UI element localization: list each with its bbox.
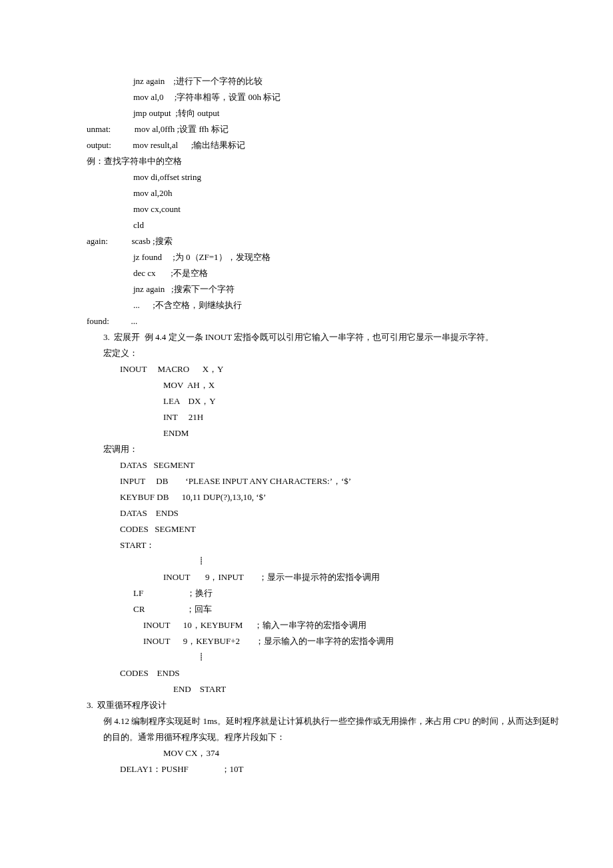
text-line: 3. 双重循环程序设计 xyxy=(87,697,546,713)
text-line: 宏调用： xyxy=(87,441,546,457)
text-line: mov cx,count xyxy=(87,201,546,217)
text-line: 例 4.12 编制程序实现延时 1ms。延时程序就是让计算机执行一些空操作或无用… xyxy=(87,713,546,729)
text-line: jmp output ;转向 output xyxy=(87,105,546,121)
text-line: mov al,0 ;字符串相等，设置 00h 标记 xyxy=(87,89,546,105)
text-line: CODES ENDS xyxy=(87,665,546,681)
text-line: dec cx ;不是空格 xyxy=(87,265,546,281)
text-line: again: scasb ;搜索 xyxy=(87,233,546,249)
text-line: 例：查找字符串中的空格 xyxy=(87,153,546,169)
text-line: found: ... xyxy=(87,313,546,329)
vertical-ellipsis-icon: ⁞ xyxy=(200,551,203,571)
text-line: mov al,20h xyxy=(87,185,546,201)
vertical-ellipsis-icon: ⁞ xyxy=(200,647,203,667)
text-line: INOUT 9，INPUT ；显示一串提示符的宏指令调用 xyxy=(87,569,546,585)
text-line: INT 21H xyxy=(87,409,546,425)
text-line: jz found ;为 0（ZF=1），发现空格 xyxy=(87,249,546,265)
text-line: ⁞ xyxy=(87,649,546,665)
text-line: START： xyxy=(87,537,546,553)
text-line: INOUT MACRO X，Y xyxy=(87,361,546,377)
text-line: ⁞ xyxy=(87,553,546,569)
text-line: ENDM xyxy=(87,425,546,441)
text-line: INOUT 9，KEYBUF+2 ；显示输入的一串字符的宏指令调用 xyxy=(87,633,546,649)
text-line: mov di,offset string xyxy=(87,169,546,185)
text-line: cld xyxy=(87,217,546,233)
text-line: ... ;不含空格，则继续执行 xyxy=(87,297,546,313)
text-line: CR ；回车 xyxy=(87,601,546,617)
text-line: INPUT DB ‘PLEASE INPUT ANY CHARACTERS:’，… xyxy=(87,473,546,489)
text-line: KEYBUF DB 10,11 DUP(?),13,10, ‘$’ xyxy=(87,489,546,505)
text-line: LEA DX，Y xyxy=(87,393,546,409)
text-line: LF ；换行 xyxy=(87,585,546,601)
text-line: output: mov result,al ;输出结果标记 xyxy=(87,137,546,153)
text-line: CODES SEGMENT xyxy=(87,521,546,537)
text-line: DATAS ENDS xyxy=(87,505,546,521)
text-line: END START xyxy=(87,681,546,697)
text-line: INOUT 10，KEYBUFM ；输入一串字符的宏指令调用 xyxy=(87,617,546,633)
text-line: jnz again ;进行下一个字符的比较 xyxy=(87,73,546,89)
text-line: 的目的。通常用循环程序实现。程序片段如下： xyxy=(87,729,546,745)
text-line: DELAY1：PUSHF ；10T xyxy=(87,761,546,777)
text-line: MOV AH，X xyxy=(87,377,546,393)
text-line: MOV CX，374 xyxy=(87,745,546,761)
text-line: 3. 宏展开 例 4.4 定义一条 INOUT 宏指令既可以引用它输入一串字符，… xyxy=(87,329,546,345)
text-line: 宏定义： xyxy=(87,345,546,361)
text-line: jnz again ;搜索下一个字符 xyxy=(87,281,546,297)
text-line: DATAS SEGMENT xyxy=(87,457,546,473)
document-page: jnz again ;进行下一个字符的比较mov al,0 ;字符串相等，设置 … xyxy=(0,0,613,817)
text-line: unmat: mov al,0ffh ;设置 ffh 标记 xyxy=(87,121,546,137)
